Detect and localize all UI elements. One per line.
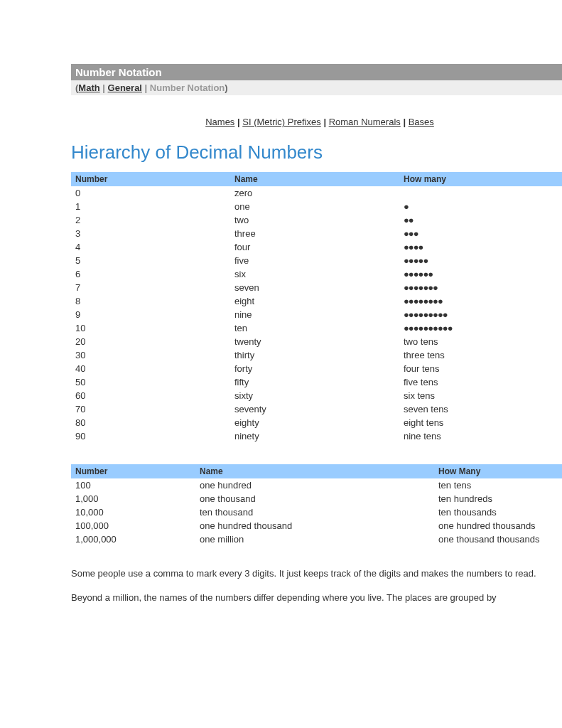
cell-name: ten: [230, 321, 399, 335]
cell-howmany: ●●●●●●●●: [399, 294, 562, 308]
cell-howmany: seven tens: [399, 402, 562, 416]
cell-name: twenty: [230, 335, 399, 348]
breadcrumb-close: ): [225, 82, 227, 93]
table-row: 100,000one hundred thousandone hundred t…: [71, 519, 562, 532]
cell-name: seventy: [230, 402, 399, 416]
col-howmany: How many: [399, 172, 562, 186]
cell-howmany: ten tens: [434, 478, 562, 492]
cell-howmany: ●●●●●: [399, 254, 562, 267]
table-row: 9nine●●●●●●●●●: [71, 308, 562, 321]
cell-name: one hundred: [195, 478, 434, 492]
cell-number: 8: [71, 294, 230, 308]
table-hierarchy-large: Number Name How Many 100one hundredten t…: [71, 464, 562, 546]
cell-howmany: ten thousands: [434, 505, 562, 519]
table-row: 50fiftyfive tens: [71, 375, 562, 389]
table-row: 70seventyseven tens: [71, 402, 562, 416]
table-row: 1one●: [71, 200, 562, 213]
cell-howmany: four tens: [399, 362, 562, 375]
table-row: 2two●●: [71, 213, 562, 227]
section-title: Hierarchy of Decimal Numbers: [71, 141, 562, 164]
cell-name: sixty: [230, 389, 399, 402]
page-title: Number Notation: [75, 66, 162, 78]
cell-number: 80: [71, 416, 230, 429]
cell-name: six: [230, 267, 399, 281]
breadcrumb-sep: |: [100, 82, 108, 93]
cell-number: 40: [71, 362, 230, 375]
table-row: 5five●●●●●: [71, 254, 562, 267]
cell-name: five: [230, 254, 399, 267]
cell-name: ten thousand: [195, 505, 434, 519]
col-number: Number: [71, 464, 195, 478]
table-row: 8eight●●●●●●●●: [71, 294, 562, 308]
cell-number: 10: [71, 321, 230, 335]
link-roman-numerals[interactable]: Roman Numerals: [329, 117, 401, 127]
table-row: 0zero: [71, 186, 562, 200]
cell-number: 100,000: [71, 519, 195, 532]
link-bases[interactable]: Bases: [409, 117, 434, 127]
cell-name: one hundred thousand: [195, 519, 434, 532]
cell-number: 50: [71, 375, 230, 389]
cell-howmany: ●●●●●●●●●: [399, 308, 562, 321]
table-row: 1,000,000one millionone thousand thousan…: [71, 532, 562, 546]
cell-howmany: [399, 186, 562, 200]
table-row: 60sixtysix tens: [71, 389, 562, 402]
cell-number: 0: [71, 186, 230, 200]
link-names[interactable]: Names: [205, 117, 234, 127]
table-row: 100one hundredten tens: [71, 478, 562, 492]
link-sep: |: [401, 117, 409, 127]
table-row: 90ninetynine tens: [71, 429, 562, 443]
table-row: 20twentytwo tens: [71, 335, 562, 348]
cell-number: 90: [71, 429, 230, 443]
cell-name: one thousand: [195, 492, 434, 505]
cell-number: 9: [71, 308, 230, 321]
cell-name: thirty: [230, 348, 399, 362]
cell-howmany: ●●●●●●●●●●: [399, 321, 562, 335]
cell-howmany: ●●●●●●: [399, 267, 562, 281]
cell-howmany: two tens: [399, 335, 562, 348]
cell-name: two: [230, 213, 399, 227]
cell-number: 1: [71, 200, 230, 213]
cell-name: eight: [230, 294, 399, 308]
cell-howmany: nine tens: [399, 429, 562, 443]
cell-howmany: one hundred thousands: [434, 519, 562, 532]
cell-name: three: [230, 227, 399, 240]
cell-howmany: six tens: [399, 389, 562, 402]
cell-number: 20: [71, 335, 230, 348]
table-hierarchy-small: Number Name How many 0zero1one●2two●●3th…: [71, 172, 562, 443]
cell-howmany: ●●●: [399, 227, 562, 240]
table-row: 10,000ten thousandten thousands: [71, 505, 562, 519]
cell-number: 60: [71, 389, 230, 402]
table-row: 3three●●●: [71, 227, 562, 240]
cell-name: zero: [230, 186, 399, 200]
cell-number: 6: [71, 267, 230, 281]
cell-number: 100: [71, 478, 195, 492]
link-sep: |: [321, 117, 329, 127]
cell-name: one: [230, 200, 399, 213]
breadcrumb-link-general[interactable]: General: [108, 82, 142, 93]
link-si-prefixes[interactable]: SI (Metric) Prefixes: [242, 117, 321, 127]
cell-number: 5: [71, 254, 230, 267]
cell-number: 4: [71, 240, 230, 254]
cell-name: one million: [195, 532, 434, 546]
table-row: 80eightyeight tens: [71, 416, 562, 429]
cell-number: 30: [71, 348, 230, 362]
table-row: 6six●●●●●●: [71, 267, 562, 281]
paragraph-beyond-million: Beyond a million, the names of the numbe…: [71, 592, 562, 604]
col-number: Number: [71, 172, 230, 186]
table-row: 30thirtythree tens: [71, 348, 562, 362]
cell-name: seven: [230, 281, 399, 294]
breadcrumb-link-math[interactable]: Math: [78, 82, 99, 93]
cell-howmany: eight tens: [399, 416, 562, 429]
table-row: 40fortyfour tens: [71, 362, 562, 375]
cell-howmany: three tens: [399, 348, 562, 362]
cell-number: 7: [71, 281, 230, 294]
link-sep: |: [234, 117, 242, 127]
cell-number: 2: [71, 213, 230, 227]
cell-number: 1,000: [71, 492, 195, 505]
cell-name: four: [230, 240, 399, 254]
cell-name: eighty: [230, 416, 399, 429]
cell-name: ninety: [230, 429, 399, 443]
table-row: 10ten●●●●●●●●●●: [71, 321, 562, 335]
breadcrumb: (Math | General | Number Notation): [71, 80, 562, 95]
cell-howmany: ●●: [399, 213, 562, 227]
